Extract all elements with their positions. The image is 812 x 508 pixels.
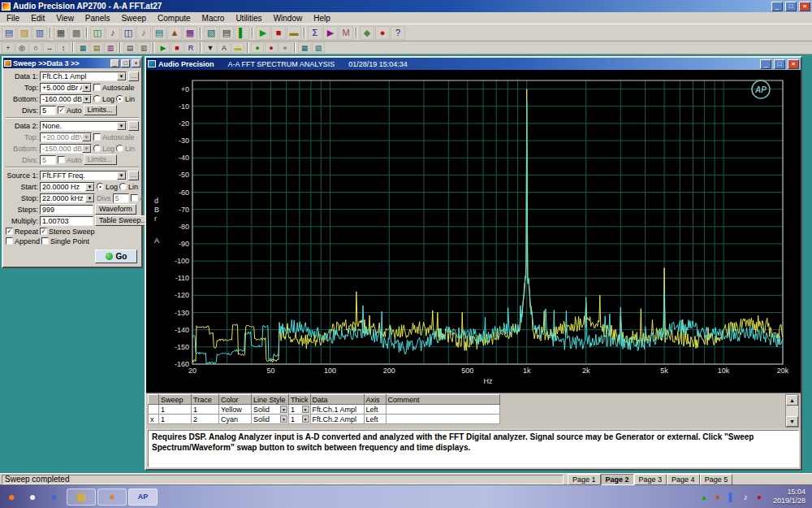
trace-cell[interactable]: 1 [192,405,219,415]
chevron-down-icon[interactable]: ▼ [302,406,309,413]
repeat-checkbox[interactable]: ✓ [6,228,13,235]
update-tray-icon[interactable]: ● [712,491,723,502]
cursor-icon[interactable]: + [2,42,15,53]
graph-maximize-button[interactable]: □ [774,59,785,69]
chevron-down-icon[interactable]: ▼ [85,183,94,191]
digital-generator-panel-icon[interactable]: ♪ [136,26,151,40]
data1-top-input[interactable]: +5.000 dBr A▼ [40,83,92,93]
network-tray-icon[interactable]: ▌ [726,491,737,502]
sweep-start-icon[interactable]: ▶ [157,42,170,53]
trace-cell[interactable]: 1▼ [289,405,311,415]
dio-panel-icon[interactable]: ▤ [152,26,166,40]
data1-limits-button[interactable]: Limits... [84,105,117,115]
trace-cell[interactable]: Solid▼ [252,415,289,424]
help-icon[interactable]: ? [391,26,405,40]
alert-tray-icon[interactable]: ● [754,491,765,502]
repeat-sweep-icon[interactable]: R [184,42,197,53]
chevron-down-icon[interactable]: ▼ [117,72,126,80]
scroll-up-icon[interactable]: ▲ [786,395,798,406]
trace-color-icon[interactable]: ▬ [231,42,244,53]
start-input[interactable]: 20.0000 Hz▼ [40,182,95,192]
menu-view[interactable]: View [50,13,80,24]
legend-toggle-icon[interactable]: ▤ [90,42,103,53]
source1-select[interactable]: Fft.FFT Freq.▼ [40,171,127,180]
graph-close-button[interactable]: × [788,59,799,69]
maximize-button[interactable]: □ [785,2,797,11]
app-titlebar[interactable]: Audio Precision AP2700 - A-A FFT.at27 _ … [0,0,812,12]
menu-utilities[interactable]: Utilities [230,13,267,24]
digital-analyzer-panel-icon[interactable]: ◫ [121,26,136,40]
paste-data-icon[interactable]: ▥ [137,42,150,53]
source1-log-radio[interactable]: • [97,183,104,190]
ap2700-taskbar-button[interactable]: AP [128,488,158,506]
stop-input[interactable]: 22.0000 kHz▼ [40,193,95,203]
data2-select[interactable]: None.▼ [40,121,127,131]
trace-table-header-trace[interactable]: Trace [192,395,219,405]
data2-browse-button[interactable]: … [128,121,139,131]
menu-file[interactable]: File [1,13,25,24]
open-test-icon[interactable]: ▨ [17,26,32,40]
trace-table-header-comment[interactable]: Comment [386,395,499,405]
trace-cell[interactable]: Cyan [219,415,252,424]
page-tab-page-4[interactable]: Page 4 [667,474,700,485]
new-test-icon[interactable]: ▤ [2,26,16,40]
chevron-down-icon[interactable]: ▼ [117,172,126,180]
regulation-icon[interactable]: ◆ [360,26,374,40]
trace-cell[interactable]: Left [364,405,386,415]
trace-cell[interactable]: 1▼ [289,415,311,424]
source1-browse-button[interactable]: … [128,171,139,180]
trace-cell[interactable]: Solid▼ [252,405,289,415]
status-ok-icon[interactable]: ● [251,42,264,53]
data1-browse-button[interactable]: … [128,72,139,81]
menu-edit[interactable]: Edit [25,13,50,24]
multiply-field[interactable]: 1.00703 [40,216,93,226]
zoom-y-icon[interactable]: ↕ [57,42,70,53]
graph-window-titlebar[interactable]: Audio Precision A-A FFT SPECTRUM ANALYSI… [146,58,801,70]
data1-bottom-input[interactable]: -160.000 dBr A▼ [40,94,92,104]
learn-mode-icon[interactable]: ● [375,26,390,40]
close-button[interactable]: × [799,2,810,11]
data1-divs-field[interactable]: 5 [40,106,56,115]
settling-panel-icon[interactable]: ▲ [167,26,182,40]
chevron-down-icon[interactable]: ▼ [280,415,287,423]
menu-help[interactable]: Help [308,13,336,24]
explorer-taskbar-button[interactable]: ▨ [67,488,96,506]
menu-panels[interactable]: Panels [80,13,116,24]
page-tab-page-5[interactable]: Page 5 [700,474,733,485]
label-icon[interactable]: A [218,42,231,53]
stop-icon[interactable]: ■ [271,26,286,40]
grid-toggle-icon[interactable]: ▦ [76,42,89,53]
bar-graph-icon[interactable]: ▌ [235,26,249,40]
generator-panel-icon[interactable]: ♪ [106,26,120,40]
window-tile-icon[interactable]: ▦ [298,42,311,53]
window-cascade-icon[interactable]: ▧ [312,42,325,53]
trace-table-header-thick[interactable]: Thick [289,395,311,405]
zoom-x-icon[interactable]: ↔ [43,42,56,53]
data1-autoscale-checkbox[interactable] [93,84,101,91]
trace-cell[interactable]: Fft.Ch.2 Ampl [310,415,364,424]
menu-compute[interactable]: Compute [152,13,197,24]
chevron-down-icon[interactable]: ▼ [85,194,94,202]
trace-cell[interactable]: 1 [159,415,192,424]
browser-taskbar-button[interactable]: ● [97,488,127,506]
panel-maximize-button[interactable]: □ [121,59,130,67]
graph-panel-icon[interactable]: ▧ [204,26,218,40]
chevron-down-icon[interactable]: ▼ [280,406,287,413]
page-tab-page-3[interactable]: Page 3 [634,474,667,485]
trace-cell[interactable]: 1 [159,405,192,415]
taskbar-clock[interactable]: 15:04 2019/1/28 [773,488,806,506]
trace-table-header-line-style[interactable]: Line Style [252,395,289,405]
data1-select[interactable]: Fft.Ch.1 Ampl▼ [40,72,127,81]
trace-table-header-data[interactable]: Data [310,395,364,405]
volume-tray-icon[interactable]: ♪ [740,491,751,502]
sweep-panel-titlebar[interactable]: Sweep >>Data 3 >> _ □ × [3,58,141,68]
menu-window[interactable]: Window [268,13,309,24]
steps-field[interactable]: 999 [40,205,93,215]
go-button[interactable]: Go [95,250,137,263]
menu-macro[interactable]: Macro [197,13,231,24]
cat-launcher-icon[interactable]: ● [24,488,41,505]
analyzer-panel-icon[interactable]: ◫ [90,26,105,40]
macro-run-icon[interactable]: ▶ [323,26,338,40]
trace-table-header-select[interactable] [149,395,159,405]
trace-cell[interactable] [386,405,499,415]
